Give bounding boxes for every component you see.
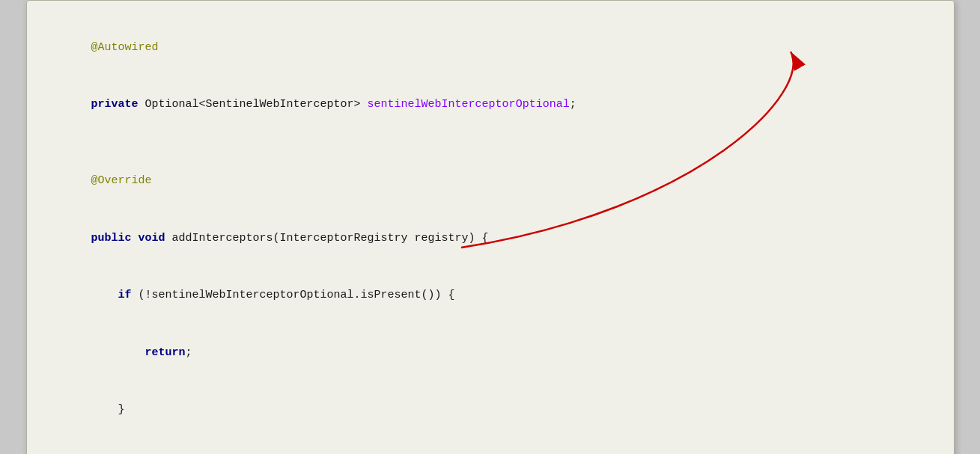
kw-private: private: [91, 98, 145, 111]
indent1: [91, 289, 118, 301]
annotation-override: @Override: [91, 174, 152, 187]
kw-void: void: [139, 232, 172, 245]
line-close-if: }: [51, 381, 930, 439]
line-autowired: @Autowired: [51, 19, 930, 76]
kw-if: if: [118, 289, 139, 301]
code-container: @Autowired private Optional<SentinelWebI…: [26, 0, 955, 454]
indent2: [91, 346, 145, 359]
empty-line-1: [51, 133, 930, 153]
kw-return: return: [145, 346, 186, 359]
method-name: addInterceptors(InterceptorRegistry regi…: [172, 232, 489, 245]
line-filter-config: SentinelProperties.Filter filterConfig =…: [51, 438, 930, 454]
line-return: return;: [51, 324, 930, 381]
line-override: @Override: [51, 153, 930, 210]
kw-public: public: [91, 232, 139, 245]
semicolon1: ;: [570, 98, 576, 111]
line-field: private Optional<SentinelWebInterceptor>…: [51, 76, 930, 134]
code-block: @Autowired private Optional<SentinelWebI…: [51, 19, 930, 454]
close-if-brace: }: [91, 403, 125, 416]
line-method-sig: public void addInterceptors(InterceptorR…: [51, 209, 930, 267]
field-name: sentinelWebInterceptorOptional: [368, 98, 570, 111]
type-optional: Optional<SentinelWebInterceptor>: [145, 98, 368, 111]
if-condition: (!sentinelWebInterceptorOptional.isPrese…: [139, 289, 455, 301]
annotation-autowired: @Autowired: [91, 41, 159, 54]
return-semi: ;: [186, 346, 192, 359]
line-if: if (!sentinelWebInterceptorOptional.isPr…: [51, 267, 930, 325]
